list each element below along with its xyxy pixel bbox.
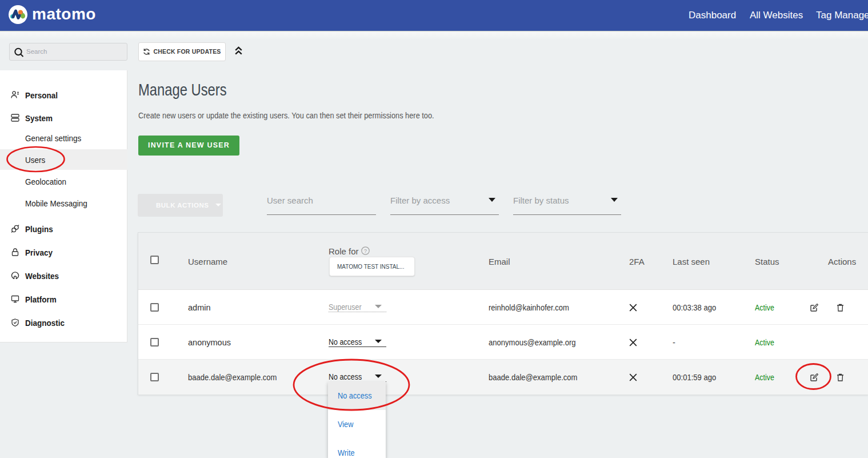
svg-text:?: ?	[364, 248, 367, 254]
